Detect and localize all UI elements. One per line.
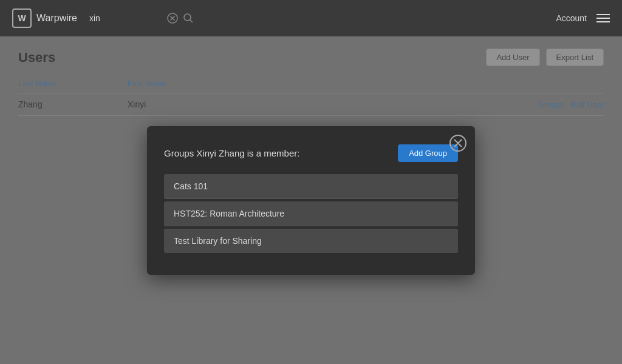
modal: Groups Xinyi Zhang is a member: Add Grou… bbox=[147, 126, 475, 275]
modal-backdrop: Groups Xinyi Zhang is a member: Add Grou… bbox=[0, 36, 622, 364]
menu-icon[interactable] bbox=[596, 14, 610, 22]
clear-search-icon[interactable] bbox=[167, 13, 178, 24]
logo-letter: W bbox=[18, 13, 26, 23]
navbar: W Warpwire Account bbox=[0, 0, 622, 36]
list-item: Cats 101 bbox=[164, 174, 458, 199]
search-area bbox=[89, 13, 194, 24]
logo-text: Warpwire bbox=[36, 13, 77, 24]
page-content: Users Add User Export List Last Name Fir… bbox=[0, 36, 622, 364]
group-list: Cats 101 HST252: Roman Architecture Test… bbox=[164, 174, 458, 253]
list-item: Test Library for Sharing bbox=[164, 229, 458, 253]
account-label[interactable]: Account bbox=[556, 13, 587, 23]
modal-close-button[interactable] bbox=[449, 135, 466, 152]
navbar-right: Account bbox=[556, 13, 610, 23]
logo-icon: W bbox=[12, 8, 32, 28]
add-group-button[interactable]: Add Group bbox=[398, 144, 458, 162]
search-input[interactable] bbox=[89, 13, 162, 23]
modal-header: Groups Xinyi Zhang is a member: Add Grou… bbox=[164, 144, 458, 162]
logo: W Warpwire bbox=[12, 8, 77, 28]
svg-line-4 bbox=[190, 20, 193, 23]
search-icon[interactable] bbox=[183, 13, 194, 24]
list-item: HST252: Roman Architecture bbox=[164, 201, 458, 226]
svg-point-3 bbox=[184, 14, 191, 21]
modal-title: Groups Xinyi Zhang is a member: bbox=[164, 148, 299, 158]
